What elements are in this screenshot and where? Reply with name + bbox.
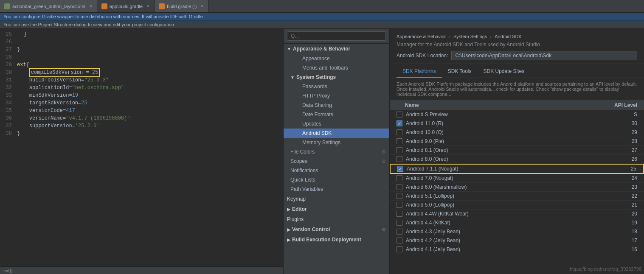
sdk-row-android-4-3: Android 4.3 (Jelly Bean) 18: [390, 227, 644, 236]
section-build[interactable]: ▶ Build Execution Deployment: [284, 235, 389, 245]
sdk-row-android-7-1-1: Android 7.1.1 (Nougat) 25: [390, 164, 644, 174]
sdk-checkbox-android-5-0[interactable]: [397, 202, 402, 208]
sdk-checkbox-android-11[interactable]: [397, 120, 402, 126]
sdk-row-android-6: Android 6.0 (Marshmallow) 23: [390, 183, 644, 192]
item-label: Plugins: [287, 216, 304, 222]
item-label: Passwords: [302, 84, 327, 89]
section-editor[interactable]: ▶ Editor: [284, 204, 389, 214]
settings-icon: ⚙: [382, 159, 386, 164]
code-line-36: versionName = "v4.1.7 (1806190800)": [15, 115, 283, 122]
tree-item-menus-toolbars[interactable]: Menus and Toolbars: [284, 63, 389, 73]
watermark: https://blog.csdn.net/qq_39262796: [567, 266, 644, 272]
tree-item-memory-settings[interactable]: Memory Settings: [284, 138, 389, 147]
sdk-checkbox-android-4-4[interactable]: [397, 220, 402, 226]
tree-item-date-formats[interactable]: Date Formats: [284, 110, 389, 119]
tree-item-data-sharing[interactable]: Data Sharing: [284, 101, 389, 110]
settings-icon: ⚙: [382, 149, 386, 155]
settings-search-input[interactable]: [287, 31, 386, 41]
tree-item-passwords[interactable]: Passwords: [284, 82, 389, 91]
gradle-icon: [101, 3, 107, 9]
sdk-tab-platforms[interactable]: SDK Platforms: [397, 66, 442, 78]
sdk-checkbox-android-8-1[interactable]: [397, 147, 402, 153]
section-appearance-behavior[interactable]: ▼ Appearance & Behavior: [284, 44, 389, 54]
tab-build-gradle[interactable]: build.gradle (:) ✕: [155, 0, 208, 12]
tab-actionbar[interactable]: actionbar_green_button_layout.xml ✕: [0, 0, 97, 12]
sdk-row-android-4-2: Android 4.2 (Jelly Bean) 17: [390, 236, 644, 245]
code-line-26: [15, 38, 283, 46]
tab-close-icon[interactable]: ✕: [146, 4, 150, 8]
section-label: Build Execution Deployment: [292, 237, 361, 243]
sdk-checkbox-android-7-1-1[interactable]: [397, 166, 403, 172]
sdk-api-android-4-4: 19: [603, 220, 637, 226]
highlighted-code: compileSdkVersion = 25: [29, 68, 100, 77]
sdk-api-android-s: S: [603, 112, 637, 117]
item-label: Notifications: [290, 168, 318, 173]
tree-item-quick-lists[interactable]: Quick Lists: [284, 175, 389, 185]
sdk-api-android-7-1-1: 25: [602, 166, 636, 172]
sdk-checkbox-android-4-1[interactable]: [397, 246, 402, 252]
sdk-api-android-4-4w: 20: [603, 211, 637, 217]
sdk-row-android-s: Android S Preview S: [390, 110, 644, 119]
sdk-name-android-5-0: Android 5.0 (Lollipop): [406, 202, 603, 208]
settings-tree: ▼ Appearance & Behavior Appearance Menus…: [284, 44, 389, 274]
tab-label: actionbar_green_button_layout.xml: [12, 4, 85, 9]
sdk-name-android-4-4: Android 4.4 (KitKat): [406, 220, 603, 226]
tree-item-notifications[interactable]: Notifications: [284, 166, 389, 175]
tree-item-scopes[interactable]: Scopes ⚙: [284, 157, 389, 166]
tree-item-http-proxy[interactable]: HTTP Proxy: [284, 91, 389, 101]
sdk-name-android-5-1: Android 5.1 (Lollipop): [406, 193, 603, 199]
sdk-api-android-7-0: 24: [603, 175, 637, 181]
code-footer-text: ext{}: [3, 268, 13, 273]
tab-label: SDK Platforms: [402, 68, 436, 74]
section-system-settings[interactable]: ▼ System Settings: [284, 73, 389, 82]
tree-item-file-colors[interactable]: File Colors ⚙: [284, 147, 389, 157]
tab-close-icon[interactable]: ✕: [89, 4, 93, 8]
search-box: [284, 29, 389, 44]
sdk-checkbox-android-6[interactable]: [397, 184, 402, 190]
sdk-checkbox-android-9[interactable]: [397, 138, 402, 144]
sdk-checkbox-android-4-4w[interactable]: [397, 211, 402, 217]
sdk-tab-tools[interactable]: SDK Tools: [442, 66, 478, 78]
section-keymap[interactable]: Keymap: [284, 194, 389, 204]
item-label: HTTP Proxy: [302, 93, 330, 99]
code-line-35: versionCode = 417: [15, 107, 283, 115]
tree-item-updates[interactable]: Updates: [284, 119, 389, 129]
tree-item-appearance[interactable]: Appearance: [284, 54, 389, 63]
sdk-checkbox-android-10[interactable]: [397, 129, 402, 135]
tab-app-build[interactable]: app\build.gradle ✕: [97, 0, 155, 12]
sdk-name-android-4-4w: Android 4.4W (KitKat Wear): [406, 211, 603, 217]
notification-text-2: You can use the Project Structure dialog…: [3, 22, 174, 27]
sdk-name-android-7-1-1: Android 7.1.1 (Nougat): [407, 166, 602, 172]
sdk-name-android-7-0: Android 7.0 (Nougat): [406, 175, 603, 181]
sdk-location-row: Android SDK Location:: [397, 51, 637, 60]
sdk-row-android-7-0: Android 7.0 (Nougat) 24: [390, 174, 644, 183]
sdk-panel: Appearance & Behavior › System Settings …: [390, 29, 644, 274]
sdk-tab-update-sites[interactable]: SDK Update Sites: [478, 66, 531, 78]
item-label: Memory Settings: [302, 140, 340, 145]
line-numbers: 25 26 27 28 29 30 31 32 33 34 35 36 37 3…: [0, 31, 15, 265]
sdk-location-input[interactable]: [451, 51, 637, 60]
code-line-33: minSdkVersion = 19: [15, 92, 283, 99]
sdk-row-android-4-4: Android 4.4 (KitKat) 19: [390, 218, 644, 227]
sdk-checkbox-android-5-1[interactable]: [397, 193, 402, 199]
item-label: File Colors: [290, 149, 315, 155]
expand-icon: ▶: [287, 238, 290, 242]
sdk-checkbox-android-7-0[interactable]: [397, 175, 402, 181]
tab-close-icon[interactable]: ✕: [200, 4, 204, 8]
sdk-checkbox-android-4-3[interactable]: [397, 229, 402, 235]
sdk-checkbox-android-4-2[interactable]: [397, 238, 402, 243]
section-plugins[interactable]: Plugins: [284, 214, 389, 224]
notification-bar-2: You can use the Project Structure dialog…: [0, 21, 644, 29]
sdk-api-android-4-2: 17: [603, 238, 637, 243]
tree-item-path-variables[interactable]: Path Variables: [284, 185, 389, 194]
sdk-api-android-5-0: 21: [603, 202, 637, 208]
settings-panel: ▼ Appearance & Behavior Appearance Menus…: [284, 29, 390, 274]
sdk-checkbox-android-s[interactable]: [397, 112, 402, 117]
sdk-api-android-11: 30: [603, 120, 637, 126]
section-version-control[interactable]: ▶ Version Control ⚙: [284, 224, 389, 235]
breadcrumb-part-3: Android SDK: [495, 34, 522, 39]
item-label: Appearance: [302, 56, 330, 62]
tree-item-android-sdk[interactable]: Android SDK: [284, 129, 389, 138]
breadcrumb-part-1: Appearance & Behavior: [397, 34, 446, 39]
sdk-checkbox-android-8-0[interactable]: [397, 156, 402, 162]
